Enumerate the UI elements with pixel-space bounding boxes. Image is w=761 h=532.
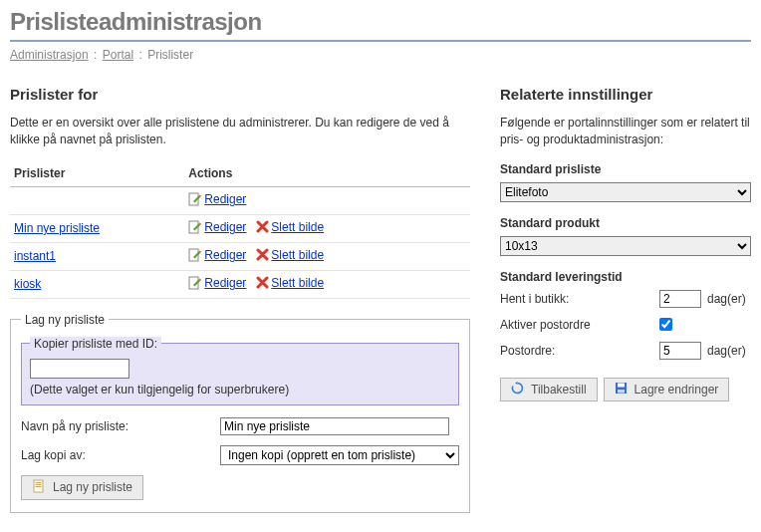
table-row: Rediger <box>10 186 470 214</box>
pricelist-name-link[interactable]: Min nye prisliste <box>14 221 100 235</box>
mailorder-label: Postordre: <box>500 344 659 358</box>
svg-rect-10 <box>618 383 625 387</box>
related-settings-heading: Relaterte innstillinger <box>500 86 751 103</box>
breadcrumb: Administrasjon : Portal : Prislister <box>10 48 751 62</box>
pricelist-name-link[interactable]: kiosk <box>14 277 41 291</box>
pickup-input[interactable] <box>659 290 701 308</box>
copy-id-legend: Kopier prisliste med ID: <box>30 337 161 351</box>
delete-icon <box>256 220 269 236</box>
create-pricelist-label: Lag ny prisliste <box>53 480 132 494</box>
svg-rect-6 <box>36 484 42 485</box>
copy-of-select[interactable]: Ingen kopi (opprett en tom prisliste) <box>220 445 459 465</box>
edit-link[interactable]: Rediger <box>204 276 246 290</box>
mailorder-input[interactable] <box>659 342 701 360</box>
svg-marker-8 <box>515 382 518 385</box>
edit-icon <box>188 220 202 237</box>
edit-link[interactable]: Rediger <box>204 220 246 234</box>
std-pricelist-select[interactable]: Elitefoto <box>500 182 751 202</box>
save-button[interactable]: Lagre endringer <box>604 378 730 401</box>
new-pricelist-legend: Lag ny prisliste <box>21 313 109 327</box>
edit-icon <box>188 248 202 265</box>
delete-link[interactable]: Slett bilde <box>271 276 324 290</box>
new-name-input[interactable] <box>220 417 449 435</box>
svg-rect-7 <box>36 486 42 487</box>
copy-id-input[interactable] <box>30 359 129 379</box>
breadcrumb-current: Prislister <box>147 48 193 62</box>
delete-link[interactable]: Slett bilde <box>271 220 324 234</box>
svg-rect-5 <box>36 482 42 483</box>
mailorder-enable-checkbox[interactable] <box>659 318 672 331</box>
delete-icon <box>256 248 269 264</box>
std-product-label: Standard produkt <box>500 216 751 230</box>
std-product-select[interactable]: 10x13 <box>500 236 751 256</box>
reset-button[interactable]: Tilbakestill <box>500 378 598 401</box>
copy-id-note: (Dette valget er kun tilgjengelig for su… <box>30 383 450 397</box>
pricelist-name-link[interactable]: instant1 <box>14 249 56 263</box>
breadcrumb-admin[interactable]: Administrasjon <box>10 48 89 62</box>
table-row: Min nye prislisteRedigerSlett bilde <box>10 214 470 242</box>
mailorder-enable-label: Aktiver postordre <box>500 318 659 332</box>
delete-link[interactable]: Slett bilde <box>271 248 324 262</box>
create-pricelist-button[interactable]: Lag ny prisliste <box>21 475 143 500</box>
svg-rect-11 <box>618 390 625 394</box>
col-name-header: Prislister <box>10 162 184 187</box>
copy-id-fieldset: Kopier prisliste med ID: (Dette valget e… <box>21 337 459 405</box>
edit-icon <box>188 192 202 209</box>
new-name-label: Navn på ny prisliste: <box>21 419 220 433</box>
pickup-suffix: dag(er) <box>707 292 746 306</box>
divider <box>10 40 751 42</box>
table-row: kioskRedigerSlett bilde <box>10 270 470 298</box>
edit-link[interactable]: Rediger <box>204 192 246 206</box>
reset-label: Tilbakestill <box>531 383 587 397</box>
mailorder-suffix: dag(er) <box>707 344 746 358</box>
pricelists-table: Prislister Actions RedigerMin nye prisli… <box>10 162 470 299</box>
std-delivery-label: Standard leveringstid <box>500 270 751 284</box>
copy-of-label: Lag kopi av: <box>21 448 220 462</box>
pickup-label: Hent i butikk: <box>500 292 659 306</box>
col-actions-header: Actions <box>184 162 470 187</box>
new-pricelist-fieldset: Lag ny prisliste Kopier prisliste med ID… <box>10 313 470 513</box>
pricelists-heading: Prislister for <box>10 86 470 103</box>
std-pricelist-label: Standard prisliste <box>500 162 751 176</box>
table-row: instant1RedigerSlett bilde <box>10 242 470 270</box>
related-settings-intro: Følgende er portalinnstillinger som er r… <box>500 115 751 148</box>
document-new-icon <box>32 479 46 496</box>
edit-link[interactable]: Rediger <box>204 248 246 262</box>
page-title: Prislisteadministrasjon <box>10 8 751 36</box>
delete-icon <box>256 276 269 292</box>
edit-icon <box>188 276 202 293</box>
save-label: Lagre endringer <box>634 383 719 397</box>
save-icon <box>615 382 628 398</box>
breadcrumb-portal[interactable]: Portal <box>103 48 133 62</box>
pricelists-intro: Dette er en oversikt over alle prisliste… <box>10 115 470 148</box>
refresh-icon <box>511 382 524 398</box>
